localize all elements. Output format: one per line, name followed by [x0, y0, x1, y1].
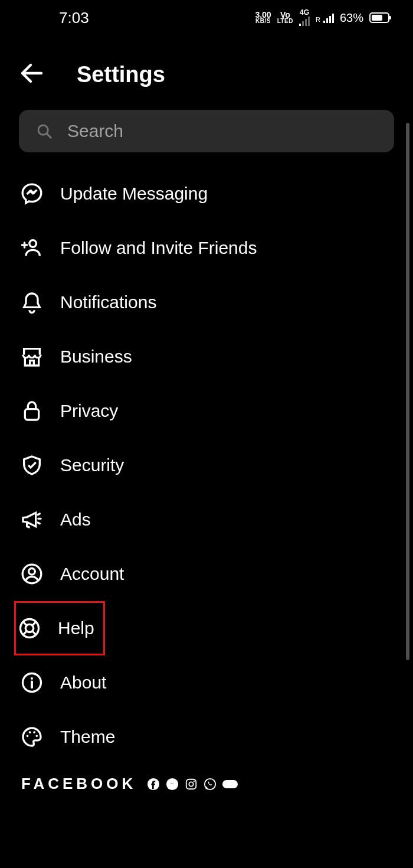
- search-icon: [35, 122, 53, 140]
- status-time: 7:03: [59, 9, 89, 27]
- svg-point-12: [33, 731, 35, 733]
- item-label: Account: [60, 564, 124, 584]
- settings-item-help[interactable]: Help: [14, 601, 105, 655]
- megaphone-icon: [19, 507, 45, 533]
- settings-item-ads[interactable]: Ads: [19, 492, 413, 547]
- net-speed: 3.00 KB/S: [255, 12, 271, 24]
- item-label: Privacy: [60, 401, 118, 421]
- messenger-icon: [19, 181, 45, 207]
- search-input[interactable]: [67, 121, 378, 141]
- battery-percent: 63%: [340, 11, 363, 25]
- lock-icon: [19, 398, 45, 424]
- brand-name: FACEBOOK: [21, 775, 136, 793]
- instagram-icon: [185, 778, 198, 791]
- search-box[interactable]: [19, 110, 394, 152]
- svg-rect-16: [186, 779, 196, 789]
- status-bar: 7:03 3.00 KB/S Vo LTED 4G R 63%: [0, 0, 413, 35]
- svg-point-13: [36, 735, 38, 738]
- palette-icon: [19, 724, 45, 750]
- settings-item-theme[interactable]: Theme: [19, 710, 413, 764]
- shield-check-icon: [19, 452, 45, 478]
- svg-point-18: [194, 781, 195, 782]
- brand-app-icons: [147, 778, 238, 791]
- facebook-icon: [147, 778, 160, 791]
- page-header: Settings: [0, 35, 413, 110]
- svg-line-1: [47, 133, 51, 138]
- item-label: Ads: [60, 510, 91, 530]
- item-label: Follow and Invite Friends: [60, 238, 257, 258]
- info-icon: [19, 670, 45, 696]
- svg-point-7: [25, 624, 33, 632]
- signal-group-2: R: [316, 12, 334, 23]
- settings-item-notifications[interactable]: Notifications: [19, 275, 413, 329]
- arrow-left-icon: [18, 59, 46, 87]
- volte-indicator: Vo LTED: [277, 12, 293, 24]
- svg-point-10: [27, 735, 29, 738]
- svg-point-11: [29, 731, 31, 733]
- item-label: Theme: [60, 727, 115, 747]
- person-add-icon: [19, 235, 45, 261]
- page-title: Settings: [77, 62, 165, 87]
- settings-item-about[interactable]: About: [19, 655, 413, 710]
- svg-point-17: [189, 782, 194, 786]
- svg-point-9: [31, 677, 33, 680]
- item-label: Update Messaging: [60, 184, 208, 204]
- lifebuoy-icon: [17, 615, 42, 641]
- battery-icon: [369, 12, 389, 23]
- bell-icon: [19, 289, 45, 315]
- item-label: Business: [60, 347, 132, 367]
- svg-rect-3: [25, 409, 38, 420]
- settings-item-messaging[interactable]: Update Messaging: [19, 167, 413, 221]
- item-label: Help: [58, 618, 94, 638]
- settings-item-privacy[interactable]: Privacy: [19, 384, 413, 438]
- item-label: Security: [60, 455, 124, 475]
- settings-list: Update Messaging Follow and Invite Frien…: [0, 167, 413, 764]
- storefront-icon: [19, 344, 45, 370]
- signal-bars-1-icon: [299, 15, 310, 26]
- messenger-small-icon: [166, 778, 179, 791]
- settings-item-follow[interactable]: Follow and Invite Friends: [19, 221, 413, 275]
- net-type: 4G: [299, 9, 310, 26]
- signal-bars-2-icon: [323, 12, 334, 23]
- item-label: About: [60, 673, 106, 693]
- svg-point-6: [21, 619, 39, 638]
- settings-item-account[interactable]: Account: [19, 547, 413, 601]
- scrollbar[interactable]: [406, 123, 409, 660]
- item-label: Notifications: [60, 292, 156, 312]
- brand-footer: FACEBOOK: [0, 764, 413, 793]
- settings-item-business[interactable]: Business: [19, 329, 413, 384]
- status-indicators: 3.00 KB/S Vo LTED 4G R 63%: [255, 9, 389, 26]
- back-button[interactable]: [18, 59, 46, 90]
- settings-item-security[interactable]: Security: [19, 438, 413, 492]
- whatsapp-icon: [204, 778, 217, 791]
- user-circle-icon: [19, 561, 45, 587]
- svg-point-5: [29, 569, 35, 575]
- oculus-icon: [222, 780, 238, 788]
- svg-point-2: [30, 240, 37, 247]
